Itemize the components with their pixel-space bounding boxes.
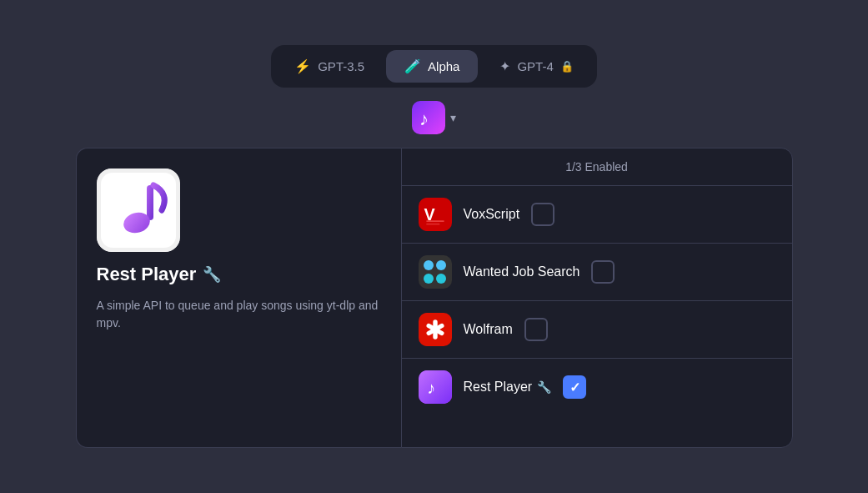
plugin-logo-svg	[97, 169, 180, 252]
plugin-info-card: Rest Player 🔧 A simple API to queue and …	[76, 148, 401, 448]
restplayer-name-row: Rest Player 🔧	[464, 380, 552, 395]
voxscript-name: VoxScript	[464, 207, 520, 222]
plugin-title: Rest Player	[97, 264, 197, 285]
plugin-logo	[97, 169, 180, 252]
plugin-item-wantedjob[interactable]: Wanted Job Search	[402, 244, 792, 301]
restplayer-small-icon: ♪	[419, 370, 452, 404]
svg-text:♪: ♪	[419, 108, 429, 129]
tab-gpt35[interactable]: ⚡ GPT-3.5	[276, 50, 383, 83]
svg-rect-13	[419, 370, 452, 404]
svg-rect-7	[426, 220, 444, 222]
lightning-icon: ⚡	[294, 58, 311, 74]
restplayer-checkbox[interactable]	[563, 375, 586, 399]
plugin-item-voxscript[interactable]: V VoxScript	[402, 186, 792, 244]
wolfram-name-row: Wolfram	[464, 322, 513, 337]
plugin-title-row: Rest Player 🔧	[97, 264, 381, 285]
plugin-list-card: 1/3 Enabled V VoxScript	[401, 148, 793, 448]
main-content: Rest Player 🔧 A simple API to queue and …	[76, 148, 793, 448]
wrench-icon: 🔧	[203, 265, 221, 284]
tab-alpha-label: Alpha	[428, 59, 459, 73]
tab-gpt35-label: GPT-3.5	[318, 59, 364, 73]
svg-rect-3	[147, 185, 153, 220]
plugin-main-icon: ♪	[412, 101, 445, 134]
svg-rect-8	[426, 224, 439, 225]
tab-gpt4[interactable]: ✦ GPT-4 🔒	[481, 50, 591, 83]
wolfram-icon	[419, 313, 452, 346]
sparkles-icon: ✦	[499, 58, 510, 74]
restplayer-wrench-icon: 🔧	[537, 380, 551, 394]
lock-icon: 🔒	[560, 60, 574, 73]
wolfram-checkbox[interactable]	[524, 318, 548, 341]
voxscript-icon: V	[419, 198, 452, 231]
wantedjob-checkbox[interactable]	[591, 260, 615, 284]
plugin-list-items: V VoxScript	[402, 186, 792, 447]
flask-icon: 🧪	[404, 58, 421, 74]
wolfram-name: Wolfram	[464, 322, 513, 337]
voxscript-name-row: VoxScript	[464, 207, 520, 222]
model-tabs: ⚡ GPT-3.5 🧪 Alpha ✦ GPT-4 🔒	[271, 45, 597, 88]
plugin-description: A simple API to queue and play songs usi…	[97, 297, 381, 332]
wantedjob-name-row: Wanted Job Search	[464, 264, 580, 279]
plugin-selector[interactable]: ♪ ▾	[412, 101, 456, 134]
wantedjob-name: Wanted Job Search	[464, 264, 580, 279]
wantedjob-icon	[419, 255, 452, 289]
music-note-main-icon: ♪	[416, 105, 441, 130]
restplayer-name: Rest Player	[464, 380, 533, 395]
voxscript-checkbox[interactable]	[531, 203, 554, 226]
plugin-selector-chevron: ▾	[450, 111, 456, 124]
plugin-item-restplayer[interactable]: ♪ Rest Player 🔧	[402, 359, 792, 415]
tab-gpt4-label: GPT-4	[517, 59, 553, 73]
plugin-item-wolfram[interactable]: Wolfram	[402, 301, 792, 359]
svg-text:♪: ♪	[427, 379, 435, 397]
tab-alpha[interactable]: 🧪 Alpha	[386, 50, 478, 83]
plugin-list-header: 1/3 Enabled	[402, 148, 792, 186]
main-container: ⚡ GPT-3.5 🧪 Alpha ✦ GPT-4 🔒 ♪	[76, 45, 793, 448]
